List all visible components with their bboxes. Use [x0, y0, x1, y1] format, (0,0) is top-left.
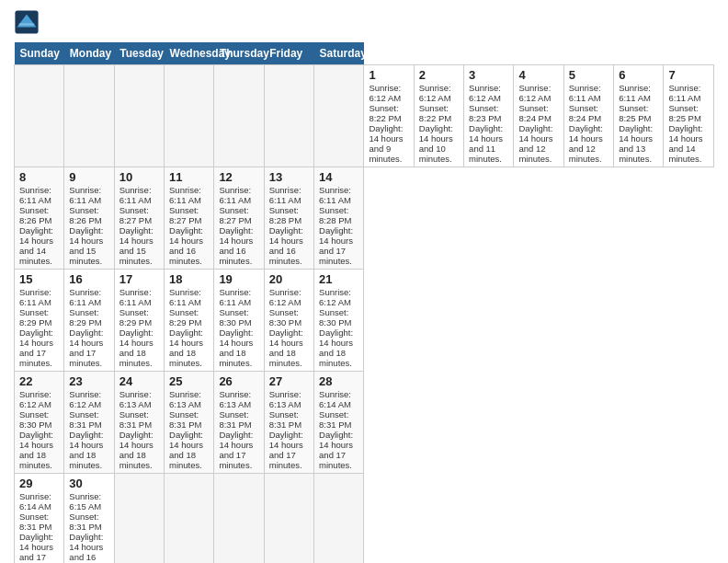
sunrise-text: Sunrise: 6:11 AM	[319, 185, 351, 205]
daylight-text: Daylight: 14 hours and 10 minutes.	[419, 123, 453, 164]
day-number: 15	[19, 272, 59, 286]
weekday-header-tuesday: Tuesday	[114, 42, 164, 65]
sunset-text: Sunset: 8:24 PM	[569, 103, 601, 123]
calendar-body: 1Sunrise: 6:12 AMSunset: 8:22 PMDaylight…	[15, 65, 714, 564]
daylight-text: Daylight: 14 hours and 17 minutes.	[69, 327, 103, 368]
day-number: 25	[169, 374, 209, 388]
sunrise-text: Sunrise: 6:12 AM	[69, 389, 101, 409]
svg-rect-2	[19, 23, 35, 25]
sunrise-text: Sunrise: 6:12 AM	[369, 83, 401, 103]
logo	[14, 9, 43, 35]
sunrise-text: Sunrise: 6:11 AM	[19, 287, 51, 307]
daylight-text: Daylight: 14 hours and 12 minutes.	[518, 123, 552, 164]
day-number: 7	[668, 68, 709, 82]
day-number: 30	[69, 477, 108, 490]
calendar-cell	[165, 65, 214, 167]
calendar-cell: 19Sunrise: 6:11 AMSunset: 8:30 PMDayligh…	[214, 270, 264, 372]
calendar-container: SundayMondayTuesdayWednesdayThursdayFrid…	[0, 0, 728, 563]
daylight-text: Daylight: 14 hours and 18 minutes.	[169, 327, 203, 368]
calendar-cell: 3Sunrise: 6:12 AMSunset: 8:23 PMDaylight…	[464, 65, 514, 167]
header	[14, 9, 714, 35]
sunset-text: Sunset: 8:28 PM	[319, 205, 351, 225]
sunset-text: Sunset: 8:25 PM	[668, 103, 700, 123]
daylight-text: Daylight: 14 hours and 16 minutes.	[219, 225, 253, 266]
sunrise-text: Sunrise: 6:11 AM	[668, 83, 700, 103]
sunset-text: Sunset: 8:31 PM	[19, 511, 51, 532]
daylight-text: Daylight: 14 hours and 18 minutes.	[319, 327, 353, 368]
day-number: 10	[119, 170, 159, 184]
sunrise-text: Sunrise: 6:12 AM	[19, 389, 51, 409]
daylight-text: Daylight: 14 hours and 17 minutes.	[269, 430, 303, 470]
daylight-text: Daylight: 14 hours and 13 minutes.	[619, 123, 653, 164]
sunset-text: Sunset: 8:27 PM	[119, 205, 152, 225]
sunrise-text: Sunrise: 6:15 AM	[69, 491, 101, 511]
calendar-cell	[214, 474, 264, 564]
sunset-text: Sunset: 8:31 PM	[119, 409, 152, 430]
day-number: 1	[369, 68, 408, 82]
daylight-text: Daylight: 14 hours and 18 minutes.	[269, 327, 303, 368]
calendar-cell: 30Sunrise: 6:15 AMSunset: 8:31 PMDayligh…	[64, 474, 114, 564]
sunrise-text: Sunrise: 6:11 AM	[219, 287, 251, 307]
sunset-text: Sunset: 8:26 PM	[69, 205, 101, 225]
sunrise-text: Sunrise: 6:11 AM	[269, 185, 301, 205]
sunset-text: Sunset: 8:26 PM	[19, 205, 51, 225]
daylight-text: Daylight: 14 hours and 14 minutes.	[668, 123, 702, 164]
calendar-cell	[64, 65, 114, 167]
calendar-cell: 28Sunrise: 6:14 AMSunset: 8:31 PMDayligh…	[314, 372, 364, 474]
calendar-cell: 14Sunrise: 6:11 AMSunset: 8:28 PMDayligh…	[314, 167, 364, 270]
weekday-header-saturday: Saturday	[314, 42, 364, 65]
daylight-text: Daylight: 14 hours and 17 minutes.	[319, 430, 353, 470]
day-number: 14	[319, 170, 358, 184]
calendar-cell: 17Sunrise: 6:11 AMSunset: 8:29 PMDayligh…	[114, 270, 164, 372]
daylight-text: Daylight: 14 hours and 15 minutes.	[69, 225, 103, 266]
calendar-cell: 21Sunrise: 6:12 AMSunset: 8:30 PMDayligh…	[314, 270, 364, 372]
sunrise-text: Sunrise: 6:11 AM	[169, 185, 201, 205]
day-number: 2	[419, 68, 459, 82]
calendar-cell	[15, 65, 64, 167]
sunrise-text: Sunrise: 6:12 AM	[419, 83, 451, 103]
calendar-week-row: 15Sunrise: 6:11 AMSunset: 8:29 PMDayligh…	[15, 270, 714, 372]
day-number: 9	[69, 170, 108, 184]
calendar-cell	[114, 65, 164, 167]
calendar-cell: 15Sunrise: 6:11 AMSunset: 8:29 PMDayligh…	[15, 270, 64, 372]
day-number: 5	[569, 68, 609, 82]
sunset-text: Sunset: 8:31 PM	[319, 409, 351, 430]
daylight-text: Daylight: 14 hours and 18 minutes.	[219, 327, 253, 368]
day-number: 24	[119, 374, 159, 388]
calendar-cell	[165, 474, 214, 564]
calendar-cell	[264, 474, 313, 564]
calendar-cell	[314, 474, 364, 564]
sunset-text: Sunset: 8:31 PM	[69, 511, 101, 532]
weekday-header-wednesday: Wednesday	[165, 42, 214, 65]
daylight-text: Daylight: 14 hours and 18 minutes.	[169, 430, 203, 470]
calendar-cell: 5Sunrise: 6:11 AMSunset: 8:24 PMDaylight…	[563, 65, 613, 167]
sunset-text: Sunset: 8:29 PM	[19, 307, 51, 327]
daylight-text: Daylight: 14 hours and 15 minutes.	[119, 225, 154, 266]
sunrise-text: Sunrise: 6:11 AM	[169, 287, 201, 307]
sunrise-text: Sunrise: 6:14 AM	[319, 389, 351, 409]
sunrise-text: Sunrise: 6:11 AM	[69, 287, 101, 307]
daylight-text: Daylight: 14 hours and 16 minutes.	[69, 532, 103, 563]
daylight-text: Daylight: 14 hours and 14 minutes.	[19, 225, 53, 266]
calendar-cell: 4Sunrise: 6:12 AMSunset: 8:24 PMDaylight…	[514, 65, 563, 167]
daylight-text: Daylight: 14 hours and 16 minutes.	[269, 225, 303, 266]
calendar-cell	[264, 65, 313, 167]
sunset-text: Sunset: 8:31 PM	[269, 409, 301, 430]
sunset-text: Sunset: 8:22 PM	[419, 103, 451, 123]
calendar-cell: 18Sunrise: 6:11 AMSunset: 8:29 PMDayligh…	[165, 270, 214, 372]
calendar-cell: 23Sunrise: 6:12 AMSunset: 8:31 PMDayligh…	[64, 372, 114, 474]
calendar-cell: 13Sunrise: 6:11 AMSunset: 8:28 PMDayligh…	[264, 167, 313, 270]
calendar-cell: 24Sunrise: 6:13 AMSunset: 8:31 PMDayligh…	[114, 372, 164, 474]
weekday-header-sunday: Sunday	[15, 42, 64, 65]
sunset-text: Sunset: 8:29 PM	[69, 307, 101, 327]
day-number: 6	[619, 68, 658, 82]
sunset-text: Sunset: 8:30 PM	[319, 307, 351, 327]
daylight-text: Daylight: 14 hours and 16 minutes.	[169, 225, 203, 266]
sunrise-text: Sunrise: 6:13 AM	[219, 389, 251, 409]
calendar-cell: 22Sunrise: 6:12 AMSunset: 8:30 PMDayligh…	[15, 372, 64, 474]
calendar-cell: 7Sunrise: 6:11 AMSunset: 8:25 PMDaylight…	[664, 65, 714, 167]
day-number: 28	[319, 374, 358, 388]
daylight-text: Daylight: 14 hours and 18 minutes.	[119, 327, 154, 368]
day-number: 12	[219, 170, 258, 184]
day-number: 18	[169, 272, 209, 286]
